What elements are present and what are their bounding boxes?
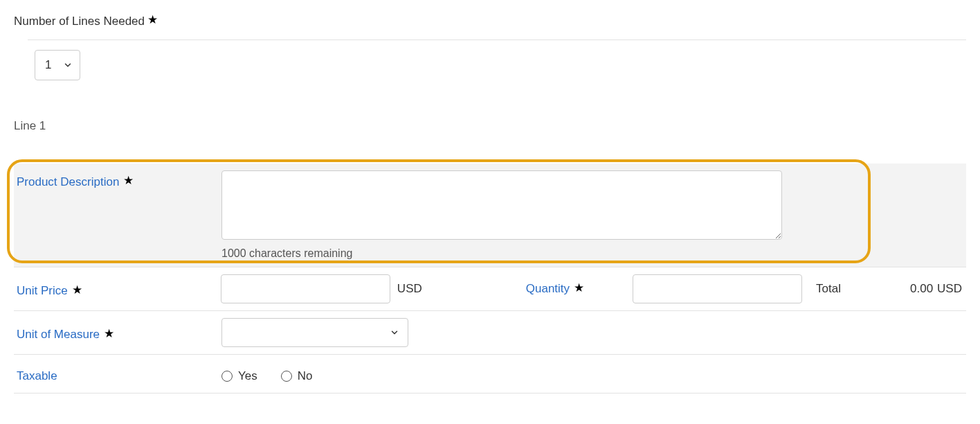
required-star-icon: ★ <box>147 12 158 27</box>
required-star-icon: ★ <box>72 283 82 297</box>
total-value: 0.00 <box>910 282 933 296</box>
number-of-lines-label: Number of Lines Needed ★ <box>14 14 966 28</box>
quantity-block: Quantity ★ Total <box>526 274 841 303</box>
total-label: Total <box>816 282 841 296</box>
unit-of-measure-select[interactable] <box>221 318 408 347</box>
product-description-input[interactable] <box>221 170 782 240</box>
chevron-down-icon <box>390 328 399 337</box>
taxable-yes-radio[interactable]: Yes <box>221 369 257 383</box>
radio-icon <box>281 371 292 382</box>
taxable-label: Taxable <box>17 369 57 383</box>
unit-of-measure-label: Unit of Measure ★ <box>17 328 114 342</box>
number-of-lines-select[interactable]: 1 <box>35 50 80 80</box>
quantity-label: Quantity ★ <box>526 282 584 297</box>
number-of-lines-row: 1 <box>28 39 966 80</box>
product-description-row: Product Description ★ 1000 characters re… <box>14 164 966 267</box>
number-of-lines-value: 1 <box>45 58 51 72</box>
quantity-input[interactable] <box>633 274 802 303</box>
unit-price-label: Unit Price ★ <box>17 284 82 299</box>
radio-icon <box>221 371 233 382</box>
required-star-icon: ★ <box>104 326 114 341</box>
required-star-icon: ★ <box>123 173 134 188</box>
taxable-radio-group: Yes No <box>221 365 312 383</box>
taxable-no-label: No <box>298 369 313 383</box>
product-description-hint: 1000 characters remaining <box>221 247 782 260</box>
number-of-lines-text: Number of Lines Needed <box>14 15 145 28</box>
unit-price-currency: USD <box>397 282 422 296</box>
line-1-title: Line 1 <box>14 119 966 133</box>
total-currency: USD <box>937 282 962 296</box>
unit-price-input[interactable] <box>221 274 390 303</box>
required-star-icon: ★ <box>574 281 584 295</box>
taxable-row: Taxable Yes No <box>14 355 966 394</box>
chevron-down-icon <box>63 60 73 70</box>
price-qty-row: Unit Price ★ USD Quantity ★ Total 0.00 U… <box>14 267 966 311</box>
product-description-field-wrap: 1000 characters remaining <box>221 170 782 260</box>
product-description-label: Product Description ★ <box>17 175 134 189</box>
taxable-yes-label: Yes <box>238 369 257 383</box>
line-form: Product Description ★ 1000 characters re… <box>14 164 966 394</box>
unit-of-measure-row: Unit of Measure ★ <box>14 311 966 355</box>
taxable-no-radio[interactable]: No <box>281 369 313 383</box>
